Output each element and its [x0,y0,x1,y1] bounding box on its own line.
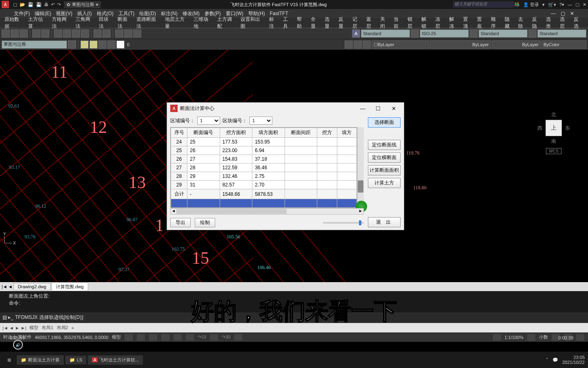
rtab-18[interactable]: 选层 [558,16,572,30]
status-grid[interactable] [124,334,133,341]
tool-match[interactable] [81,29,89,38]
status-polar[interactable] [161,334,170,341]
wcs-label[interactable]: WCS [546,148,561,154]
tool-lock[interactable] [107,40,116,49]
rtab-9[interactable]: 冻层 [433,16,447,30]
app-icon[interactable]: A [2,1,9,8]
table-row[interactable]: 2627154.8337.18 [171,155,357,164]
status-dyn[interactable] [209,334,218,341]
tab-annot[interactable]: 标注 [267,16,281,30]
tool-mlstyle[interactable] [528,29,537,38]
tool-open[interactable] [11,29,19,38]
table-row[interactable]: 2728122.5936.46 [171,164,357,172]
tool-gear[interactable] [68,40,76,49]
layout-1[interactable]: 布局1 [42,325,53,331]
open-icon[interactable]: 📂 [20,2,25,7]
dialog-min-icon[interactable]: — [356,105,370,112]
layer-combo[interactable]: ▢ ByLayer [372,40,429,49]
select-section-button[interactable]: 选择断面 [368,117,401,128]
doc-tab-2[interactable]: 计算范围.dwg [51,283,88,291]
table-header[interactable]: 断面间距 [285,128,317,138]
exchange-icon[interactable]: 👬 [514,2,520,7]
table-header[interactable]: 填方面积 [252,128,285,138]
tab-rawdata[interactable]: 原始数据 [2,16,26,30]
undo-icon[interactable]: ↶ [51,2,55,7]
rtab-13[interactable]: 顺序 [489,16,503,30]
zoom-slider[interactable] [323,222,364,224]
tab-tri[interactable]: 三角网法 [74,16,97,30]
new-icon[interactable]: ▢ [13,2,17,7]
status-ortho[interactable] [149,334,158,341]
table-row[interactable]: 合计-1548.665878.53 [171,189,357,199]
workspace-combo[interactable]: 草图与注释 [2,40,67,49]
viewcube-s[interactable]: 南 [537,138,570,145]
task-item-3[interactable]: A 飞时达土方计算软... [88,355,143,365]
close-icon[interactable]: ✕ [583,2,586,7]
tool-new[interactable] [2,29,10,38]
rtab-0[interactable]: 全显 [309,16,323,30]
rtab-19[interactable]: 反选 [572,16,586,30]
rtab-3[interactable]: 记层 [350,16,364,30]
task-item-1[interactable]: 📁 断面法土方计算 [17,355,64,365]
view-cube[interactable]: 北 西 上 东 南 WCS [537,111,570,154]
login-button[interactable]: 👤 登录 [523,2,539,8]
tool-redo2[interactable] [102,29,111,38]
tool-paste[interactable] [72,29,80,38]
rtab-2[interactable]: 反显 [336,16,350,30]
redo-icon[interactable]: ↷ [57,2,61,7]
help-icon[interactable]: ?▾ [559,2,564,7]
viewcube-e[interactable]: 东 [565,125,570,132]
status-gear[interactable] [527,334,536,341]
layout-2[interactable]: 布局2 [57,325,68,331]
tool-sun[interactable] [80,40,89,49]
maximize-icon[interactable]: ▢ [575,2,579,7]
rtab-1[interactable]: 选显 [323,16,336,30]
tool-pan[interactable] [115,29,123,38]
status-model[interactable]: 模型 [112,334,121,340]
tool-preview[interactable] [41,29,49,38]
mlstyle-combo[interactable]: Standard [537,29,586,38]
search-input[interactable]: 键入关键字或短语 [453,1,514,8]
tool-plot[interactable] [32,29,40,38]
layout-add[interactable]: + [71,325,74,330]
cart-icon[interactable]: 🛒▾ [548,2,556,7]
status-lwt[interactable] [234,334,243,341]
rtab-6[interactable]: 当前 [392,16,405,30]
tool-cut[interactable] [54,29,62,38]
tool-layer3[interactable] [363,40,371,49]
export-button[interactable]: 导出 [170,218,191,227]
tool-layer2[interactable] [354,40,362,49]
layout-model[interactable]: 模型 [29,325,38,331]
rtab-4[interactable]: 返层 [364,16,378,30]
status-otrack[interactable] [185,334,194,341]
saveas-icon[interactable]: 💾 [36,2,42,7]
lineweight-combo[interactable]: ByLayer [492,40,541,49]
rtab-5[interactable]: 关闭 [378,16,392,30]
save-icon[interactable]: 💾 [28,2,33,7]
tool-layer1[interactable] [345,40,353,49]
tab-estimate[interactable]: 土方估算 [26,16,50,30]
start-button[interactable]: ⊞ [3,356,15,364]
calc-earth-button[interactable]: 计算土方 [368,178,401,188]
exchange-apps-icon[interactable]: ▾ [542,2,545,7]
workspace-selector[interactable]: ✿ 草图与注释 ▾ [64,1,101,8]
status-dec[interactable]: 小数 [539,334,548,340]
rtab-10[interactable]: 解冻 [447,16,461,30]
dialog-titlebar[interactable]: A 断面法计算中心 — ☐ ✕ [167,103,404,114]
status-snap[interactable] [136,334,145,341]
child-min-icon[interactable]: — [549,11,557,16]
tool-osnap[interactable] [133,29,141,38]
tray-action-icon[interactable]: 💬 [552,357,558,363]
tool-tablestyle[interactable] [470,29,478,38]
doc-tab-1[interactable]: Drawing2.dwg [13,283,51,290]
rtab-14[interactable]: 隐藏 [503,16,517,30]
tool-copy[interactable] [63,29,71,38]
table-header[interactable]: 填方 [337,128,356,138]
tab-stratum[interactable]: 地层土方量 [163,16,192,30]
region-select[interactable]: 1 [197,117,220,125]
tab-output[interactable]: 设置和出图 [238,16,267,30]
viewcube-top[interactable]: 上 [546,120,562,136]
plot-icon[interactable]: 🖶 [44,2,49,7]
textstyle-combo[interactable]: Standard [361,29,410,38]
table-row[interactable]: 2425177.53153.95 [171,138,357,146]
